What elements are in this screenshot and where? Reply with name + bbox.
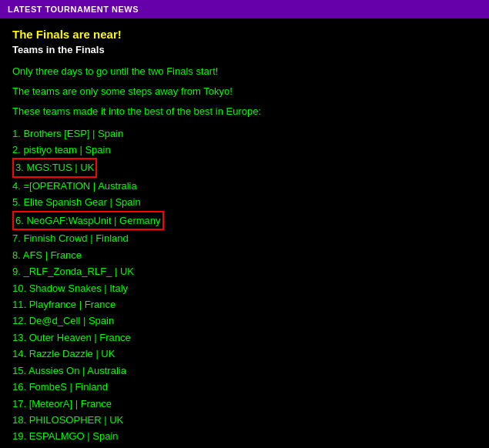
team-list-item: 20. Philanthropy | Spain — [12, 445, 477, 448]
team-list-item: 5. Elite Spanish Gear | Spain — [12, 194, 477, 210]
team-list: 1. Brothers [ESP] | Spain2. pistiyo team… — [12, 125, 477, 448]
team-list-item: 3. MGS:TUS | UK — [12, 158, 477, 177]
intro-block: Only three days to go until the two Fina… — [12, 65, 477, 119]
page-subtitle: Teams in the Finals — [12, 44, 477, 55]
intro-line-3: These teams made it into the best of the… — [12, 105, 477, 119]
intro-line-2: The teams are only some steps away from … — [12, 85, 477, 99]
team-list-item: 16. FombeS | Finland — [12, 379, 477, 395]
header-label: LATEST TOURNAMENT NEWS — [8, 5, 139, 14]
team-list-item: 14. Razzle Dazzle | UK — [12, 346, 477, 362]
content-area: The Finals are near! Teams in the Finals… — [0, 18, 489, 448]
team-highlighted: 6. NeoGAF:WaspUnit | Germany — [12, 211, 164, 230]
team-list-item: 9. _RLF_Zonda_RLF_ | UK — [12, 263, 477, 279]
team-highlighted: 3. MGS:TUS | UK — [12, 158, 97, 177]
team-list-item: 1. Brothers [ESP] | Spain — [12, 125, 477, 142]
intro-line-1: Only three days to go until the two Fina… — [12, 65, 477, 79]
team-list-item: 17. [MeteorA] | France — [12, 396, 477, 412]
page-title: The Finals are near! — [12, 28, 477, 41]
team-list-item: 15. Aussies On | Australia — [12, 363, 477, 379]
team-list-item: 2. pistiyo team | Spain — [12, 142, 477, 158]
team-list-item: 4. =[OPERATION | Australia — [12, 178, 477, 194]
team-list-item: 7. Finnish Crowd | Finland — [12, 230, 477, 246]
team-list-item: 10. Shadow Snakes | Italy — [12, 280, 477, 296]
team-list-item: 11. Playfrance | France — [12, 296, 477, 313]
header-bar: LATEST TOURNAMENT NEWS — [0, 0, 489, 18]
team-list-item: 6. NeoGAF:WaspUnit | Germany — [12, 211, 477, 230]
team-list-item: 12. De@d_Cell | Spain — [12, 313, 477, 329]
team-list-item: 8. AFS | France — [12, 247, 477, 263]
team-list-item: 18. PHILOSOPHER | UK — [12, 412, 477, 428]
team-list-item: 13. Outer Heaven | France — [12, 329, 477, 346]
team-list-item: 19. ESPALMGO | Spain — [12, 428, 477, 444]
